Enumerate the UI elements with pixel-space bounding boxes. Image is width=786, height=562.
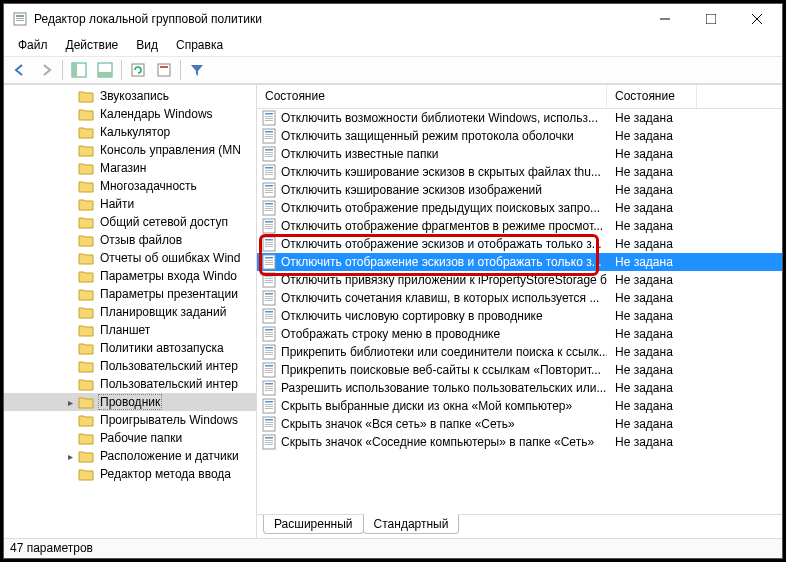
column-state[interactable]: Состояние [607,85,697,108]
list-row[interactable]: Отключить кэширование эскизов в скрытых … [257,163,782,181]
tree-item[interactable]: Проигрыватель Windows [4,411,256,429]
svg-rect-106 [265,437,273,439]
list-row[interactable]: Отключить возможности библиотеки Windows… [257,109,782,127]
menu-action[interactable]: Действие [58,36,127,54]
policy-icon [261,308,277,324]
list-row[interactable]: Прикрепить библиотеки или соединители по… [257,343,782,361]
tree-item[interactable]: Звукозапись [4,87,256,105]
list-row[interactable]: Отключить привязку приложений к iPropert… [257,271,782,289]
policy-icon [261,380,277,396]
svg-rect-49 [265,228,273,229]
svg-rect-53 [265,244,273,245]
svg-rect-64 [265,282,273,283]
list-row[interactable]: Отключить известные папкиНе задана [257,145,782,163]
tree-item[interactable]: Планшет [4,321,256,339]
svg-rect-58 [265,262,273,263]
tree-item[interactable]: Параметры входа Windo [4,267,256,285]
bottom-tabs: Расширенный Стандартный [257,514,782,538]
forward-button[interactable] [34,58,58,82]
svg-rect-17 [265,116,273,117]
folder-icon [78,269,94,283]
svg-rect-86 [265,365,273,367]
tree-item[interactable]: Общий сетевой доступ [4,213,256,231]
list-row[interactable]: Скрыть значок «Вся сеть» в папке «Сеть»Н… [257,415,782,433]
tree-item[interactable]: Планировщик заданий [4,303,256,321]
svg-rect-73 [265,316,273,317]
svg-rect-27 [265,152,273,153]
policy-icon [261,362,277,378]
row-name: Отключить защищенный режим протокола обо… [281,129,574,143]
menu-view[interactable]: Вид [128,36,166,54]
tree-item[interactable]: Многозадачность [4,177,256,195]
list-rows: Отключить возможности библиотеки Windows… [257,109,782,451]
list-row[interactable]: Отключить защищенный режим протокола обо… [257,127,782,145]
list-row[interactable]: Отключить числовую сортировку в проводни… [257,307,782,325]
tree-item[interactable]: Магазин [4,159,256,177]
tree-label: Калькулятор [98,125,172,139]
tree-item[interactable]: Калькулятор [4,123,256,141]
tree-item[interactable]: Политики автозапуска [4,339,256,357]
back-button[interactable] [8,58,32,82]
status-text: 47 параметров [10,541,93,555]
list-row[interactable]: Отключить отображение эскизов и отобража… [257,253,782,271]
tree-item[interactable]: Консоль управления (MN [4,141,256,159]
row-state: Не задана [607,345,697,359]
list-row[interactable]: Отображать строку меню в проводникеНе за… [257,325,782,343]
folder-icon [78,179,94,193]
list-row[interactable]: Скрыть выбранные диски из окна «Мой комп… [257,397,782,415]
tree-item[interactable]: Пользовательский интер [4,375,256,393]
policy-icon [261,416,277,432]
list-row[interactable]: Отключить кэширование эскизов изображени… [257,181,782,199]
list-row[interactable]: Отключить сочетания клавиш, в которых ис… [257,289,782,307]
svg-rect-87 [265,368,273,369]
tool-tree-button[interactable] [67,58,91,82]
tab-extended[interactable]: Расширенный [263,515,364,534]
tree-item[interactable]: ▸Расположение и датчики [4,447,256,465]
maximize-button[interactable] [688,4,734,34]
tree-item[interactable]: Отчеты об ошибках Wind [4,249,256,267]
tool-filter-button[interactable] [185,58,209,82]
list-row[interactable]: Прикрепить поисковые веб-сайты к ссылкам… [257,361,782,379]
tree-item[interactable]: Редактор метода ввода [4,465,256,483]
svg-rect-43 [265,208,273,209]
nav-tree[interactable]: ЗвукозаписьКалендарь WindowsКалькуляторК… [4,85,257,538]
svg-rect-26 [265,149,273,151]
row-state: Не задана [607,417,697,431]
expand-icon[interactable]: ▸ [64,396,76,408]
tool-refresh-button[interactable] [126,58,150,82]
tab-standard[interactable]: Стандартный [363,514,460,534]
tree-item[interactable]: Найти [4,195,256,213]
svg-rect-71 [265,311,273,313]
expand-icon[interactable]: ▸ [64,450,76,462]
tree-item[interactable]: Рабочие папки [4,429,256,447]
app-window: Редактор локальной групповой политики Фа… [3,3,783,559]
minimize-button[interactable] [642,4,688,34]
row-name: Отключить кэширование эскизов в скрытых … [281,165,601,179]
list-row[interactable]: Разрешить использование только пользоват… [257,379,782,397]
close-button[interactable] [734,4,780,34]
list-row[interactable]: Отключить отображение фрагментов в режим… [257,217,782,235]
list-row[interactable]: Скрыть значок «Соседние компьютеры» в па… [257,433,782,451]
tree-item[interactable]: Пользовательский интер [4,357,256,375]
folder-icon [78,323,94,337]
policy-icon [261,434,277,450]
tool-export-button[interactable] [152,58,176,82]
tree-item[interactable]: Календарь Windows [4,105,256,123]
folder-icon [78,161,94,175]
list-row[interactable]: Отключить отображение эскизов и отобража… [257,235,782,253]
tree-item[interactable]: ▸Проводник [4,393,256,411]
list-row[interactable]: Отключить отображение предыдущих поисков… [257,199,782,217]
column-name[interactable]: Состояние [257,85,607,108]
svg-rect-84 [265,354,273,355]
svg-rect-89 [265,372,273,373]
svg-rect-83 [265,352,273,353]
menu-help[interactable]: Справка [168,36,231,54]
svg-rect-42 [265,206,273,207]
svg-rect-101 [265,419,273,421]
tool-details-button[interactable] [93,58,117,82]
list-scroll[interactable]: Состояние Состояние Отключить возможност… [257,85,782,514]
tree-item[interactable]: Отзыв файлов [4,231,256,249]
tree-item[interactable]: Параметры презентации [4,285,256,303]
menu-file[interactable]: Файл [10,36,56,54]
svg-rect-78 [265,334,273,335]
